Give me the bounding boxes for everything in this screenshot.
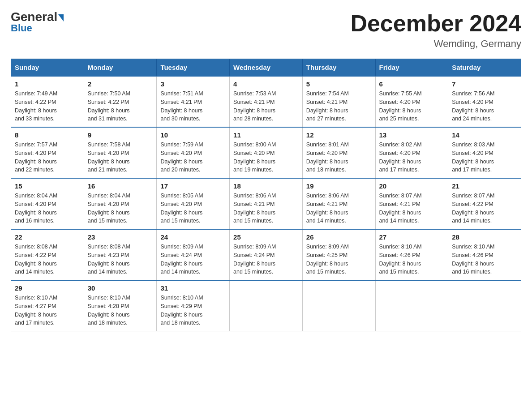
day-number: 20	[379, 182, 445, 190]
day-cell: 6 Sunrise: 7:55 AM Sunset: 4:20 PM Dayli…	[375, 76, 448, 127]
day-info: Sunrise: 8:00 AM Sunset: 4:20 PM Dayligh…	[233, 141, 299, 174]
day-info: Sunrise: 7:55 AM Sunset: 4:20 PM Dayligh…	[379, 90, 445, 123]
day-cell: 2 Sunrise: 7:50 AM Sunset: 4:22 PM Dayli…	[84, 76, 157, 127]
day-number: 16	[88, 182, 153, 190]
day-cell: 26 Sunrise: 8:09 AM Sunset: 4:25 PM Dayl…	[302, 229, 375, 280]
day-cell: 1 Sunrise: 7:49 AM Sunset: 4:22 PM Dayli…	[11, 76, 84, 127]
day-info: Sunrise: 8:10 AM Sunset: 4:27 PM Dayligh…	[15, 294, 80, 327]
day-cell: 13 Sunrise: 8:02 AM Sunset: 4:20 PM Dayl…	[375, 127, 448, 178]
col-header-tuesday: Tuesday	[157, 59, 230, 77]
calendar-header-row: SundayMondayTuesdayWednesdayThursdayFrid…	[11, 59, 521, 77]
day-number: 19	[306, 182, 372, 190]
col-header-monday: Monday	[84, 59, 157, 77]
day-number: 27	[379, 233, 445, 241]
col-header-friday: Friday	[375, 59, 448, 77]
day-cell: 18 Sunrise: 8:06 AM Sunset: 4:21 PM Dayl…	[230, 178, 303, 229]
week-row-5: 29 Sunrise: 8:10 AM Sunset: 4:27 PM Dayl…	[11, 280, 521, 331]
day-number: 13	[379, 131, 445, 139]
day-info: Sunrise: 8:03 AM Sunset: 4:20 PM Dayligh…	[452, 141, 517, 174]
col-header-saturday: Saturday	[448, 59, 521, 77]
week-row-1: 1 Sunrise: 7:49 AM Sunset: 4:22 PM Dayli…	[11, 76, 521, 127]
day-info: Sunrise: 7:50 AM Sunset: 4:22 PM Dayligh…	[88, 90, 153, 123]
month-title: December 2024	[350, 11, 521, 36]
day-info: Sunrise: 7:59 AM Sunset: 4:20 PM Dayligh…	[160, 141, 226, 174]
day-number: 2	[88, 80, 153, 88]
day-info: Sunrise: 8:06 AM Sunset: 4:21 PM Dayligh…	[233, 192, 299, 225]
day-cell	[375, 280, 448, 331]
day-cell: 12 Sunrise: 8:01 AM Sunset: 4:20 PM Dayl…	[302, 127, 375, 178]
day-number: 28	[452, 233, 517, 241]
logo: General Blue	[11, 11, 64, 34]
day-cell: 7 Sunrise: 7:56 AM Sunset: 4:20 PM Dayli…	[448, 76, 521, 127]
logo-general-text: General	[11, 11, 64, 23]
day-number: 23	[88, 233, 153, 241]
day-cell	[448, 280, 521, 331]
day-info: Sunrise: 8:09 AM Sunset: 4:24 PM Dayligh…	[233, 243, 299, 276]
day-info: Sunrise: 7:56 AM Sunset: 4:20 PM Dayligh…	[452, 90, 517, 123]
week-row-3: 15 Sunrise: 8:04 AM Sunset: 4:20 PM Dayl…	[11, 178, 521, 229]
day-info: Sunrise: 8:08 AM Sunset: 4:23 PM Dayligh…	[88, 243, 153, 276]
day-cell	[302, 280, 375, 331]
day-cell: 9 Sunrise: 7:58 AM Sunset: 4:20 PM Dayli…	[84, 127, 157, 178]
day-number: 9	[88, 131, 153, 139]
page-header: General Blue December 2024 Wemding, Germ…	[11, 11, 521, 50]
day-cell	[230, 280, 303, 331]
day-info: Sunrise: 8:10 AM Sunset: 4:26 PM Dayligh…	[379, 243, 445, 276]
day-number: 22	[15, 233, 80, 241]
day-cell: 22 Sunrise: 8:08 AM Sunset: 4:22 PM Dayl…	[11, 229, 84, 280]
day-cell: 29 Sunrise: 8:10 AM Sunset: 4:27 PM Dayl…	[11, 280, 84, 331]
day-number: 12	[306, 131, 372, 139]
day-cell: 15 Sunrise: 8:04 AM Sunset: 4:20 PM Dayl…	[11, 178, 84, 229]
day-info: Sunrise: 7:49 AM Sunset: 4:22 PM Dayligh…	[15, 90, 80, 123]
day-number: 1	[15, 80, 80, 88]
day-number: 26	[306, 233, 372, 241]
day-number: 17	[160, 182, 226, 190]
day-info: Sunrise: 8:04 AM Sunset: 4:20 PM Dayligh…	[15, 192, 80, 225]
day-cell: 28 Sunrise: 8:10 AM Sunset: 4:26 PM Dayl…	[448, 229, 521, 280]
day-info: Sunrise: 8:01 AM Sunset: 4:20 PM Dayligh…	[306, 141, 372, 174]
day-number: 15	[15, 182, 80, 190]
day-cell: 30 Sunrise: 8:10 AM Sunset: 4:28 PM Dayl…	[84, 280, 157, 331]
day-cell: 16 Sunrise: 8:04 AM Sunset: 4:20 PM Dayl…	[84, 178, 157, 229]
day-number: 10	[160, 131, 226, 139]
day-number: 21	[452, 182, 517, 190]
day-number: 14	[452, 131, 517, 139]
day-cell: 14 Sunrise: 8:03 AM Sunset: 4:20 PM Dayl…	[448, 127, 521, 178]
col-header-thursday: Thursday	[302, 59, 375, 77]
day-number: 4	[233, 80, 299, 88]
day-info: Sunrise: 8:05 AM Sunset: 4:20 PM Dayligh…	[160, 192, 226, 225]
day-info: Sunrise: 7:58 AM Sunset: 4:20 PM Dayligh…	[88, 141, 153, 174]
day-info: Sunrise: 8:06 AM Sunset: 4:21 PM Dayligh…	[306, 192, 372, 225]
day-cell: 24 Sunrise: 8:09 AM Sunset: 4:24 PM Dayl…	[157, 229, 230, 280]
day-cell: 27 Sunrise: 8:10 AM Sunset: 4:26 PM Dayl…	[375, 229, 448, 280]
week-row-2: 8 Sunrise: 7:57 AM Sunset: 4:20 PM Dayli…	[11, 127, 521, 178]
day-info: Sunrise: 7:57 AM Sunset: 4:20 PM Dayligh…	[15, 141, 80, 174]
day-number: 8	[15, 131, 80, 139]
location: Wemding, Germany	[350, 38, 521, 50]
day-info: Sunrise: 7:51 AM Sunset: 4:21 PM Dayligh…	[160, 90, 226, 123]
day-info: Sunrise: 8:07 AM Sunset: 4:22 PM Dayligh…	[452, 192, 517, 225]
day-info: Sunrise: 7:53 AM Sunset: 4:21 PM Dayligh…	[233, 90, 299, 123]
day-number: 24	[160, 233, 226, 241]
day-number: 18	[233, 182, 299, 190]
calendar-table: SundayMondayTuesdayWednesdayThursdayFrid…	[11, 59, 521, 331]
day-number: 6	[379, 80, 445, 88]
day-info: Sunrise: 8:09 AM Sunset: 4:25 PM Dayligh…	[306, 243, 372, 276]
day-cell: 19 Sunrise: 8:06 AM Sunset: 4:21 PM Dayl…	[302, 178, 375, 229]
day-number: 29	[15, 284, 80, 292]
day-number: 25	[233, 233, 299, 241]
day-info: Sunrise: 7:54 AM Sunset: 4:21 PM Dayligh…	[306, 90, 372, 123]
day-number: 7	[452, 80, 517, 88]
day-cell: 4 Sunrise: 7:53 AM Sunset: 4:21 PM Dayli…	[230, 76, 303, 127]
day-number: 3	[160, 80, 226, 88]
week-row-4: 22 Sunrise: 8:08 AM Sunset: 4:22 PM Dayl…	[11, 229, 521, 280]
day-cell: 3 Sunrise: 7:51 AM Sunset: 4:21 PM Dayli…	[157, 76, 230, 127]
day-info: Sunrise: 8:10 AM Sunset: 4:29 PM Dayligh…	[160, 294, 226, 327]
day-info: Sunrise: 8:10 AM Sunset: 4:28 PM Dayligh…	[88, 294, 153, 327]
day-info: Sunrise: 8:09 AM Sunset: 4:24 PM Dayligh…	[160, 243, 226, 276]
day-cell: 25 Sunrise: 8:09 AM Sunset: 4:24 PM Dayl…	[230, 229, 303, 280]
day-info: Sunrise: 8:10 AM Sunset: 4:26 PM Dayligh…	[452, 243, 517, 276]
col-header-sunday: Sunday	[11, 59, 84, 77]
day-cell: 21 Sunrise: 8:07 AM Sunset: 4:22 PM Dayl…	[448, 178, 521, 229]
day-cell: 10 Sunrise: 7:59 AM Sunset: 4:20 PM Dayl…	[157, 127, 230, 178]
